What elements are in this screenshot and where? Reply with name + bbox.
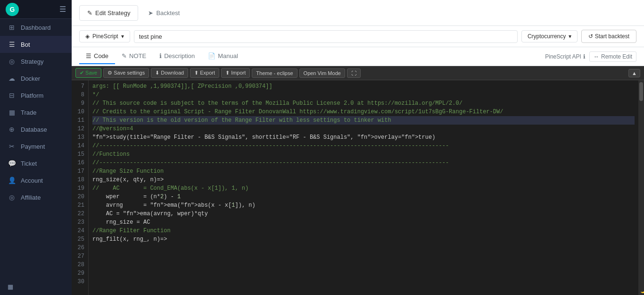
- code-line: rng_filt(x, rng_, n)=>: [92, 235, 635, 244]
- code-line: rng_size(x, qty, n)=>: [92, 176, 635, 184]
- editor-area: ✔ Save ⚙ Save settings ⬇ Download ⬆ Expo…: [72, 66, 644, 295]
- open-vim-label: Open Vim Mode: [304, 70, 341, 76]
- scroll-up-button[interactable]: ▲: [628, 69, 640, 77]
- edit-strategy-tab[interactable]: ✎ Edit Strategy: [79, 5, 138, 21]
- line-number: 15: [75, 150, 84, 159]
- line-number: 7: [75, 82, 84, 91]
- sidebar-item-trade[interactable]: ▦ Trade: [0, 104, 72, 121]
- tab-description[interactable]: ℹ Description: [153, 49, 201, 64]
- line-number: 16: [75, 159, 84, 167]
- sidebar-item-payment[interactable]: ✂ Payment: [0, 138, 72, 155]
- line-number: 9: [75, 99, 84, 108]
- code-line: // AC = Cond_EMA(abs(x - x[1]), 1, n): [92, 184, 635, 193]
- code-line: //Functions: [92, 150, 635, 159]
- open-vim-button[interactable]: Open Vim Mode: [299, 68, 345, 78]
- code-line: avrng = "fn">ema("fn">abs(x - x[1]), n): [92, 201, 635, 210]
- line-number: 13: [75, 133, 84, 142]
- code-line: */: [92, 91, 635, 99]
- chevron-down-icon: ▾: [569, 33, 571, 40]
- code-line: rng_size = AC: [92, 218, 635, 227]
- edit-strategy-label: Edit Strategy: [95, 9, 130, 17]
- line-number: 18: [75, 176, 84, 184]
- code-editor[interactable]: 7891011121314151617181920212223242526272…: [72, 80, 644, 295]
- logo-icon: G: [6, 3, 19, 16]
- code-line: //--------------------------------------…: [92, 142, 635, 150]
- download-button[interactable]: ⬇ Download: [151, 68, 188, 78]
- tab-manual[interactable]: 📄 Manual: [201, 49, 245, 64]
- sidebar-item-label: Payment: [21, 143, 45, 150]
- note-icon: ✎: [122, 52, 127, 59]
- code-line: // This source code is subject to the te…: [92, 99, 635, 108]
- sidebar-item-account[interactable]: 👤 Account: [0, 172, 72, 189]
- save-settings-label: ⚙ Save settings: [107, 70, 145, 76]
- code-line: //Range Filter Function: [92, 227, 635, 235]
- sidebar-item-platform[interactable]: ⊟ Platform: [0, 87, 72, 104]
- code-line: //--------------------------------------…: [92, 159, 635, 167]
- code-line: args: [[ RunMode ,1,990374]],[ ZPrecisio…: [92, 82, 635, 91]
- code-line: //@version=4: [92, 125, 635, 133]
- sidebar-item-label: Docker: [21, 75, 40, 82]
- account-icon: 👤: [8, 177, 16, 184]
- payment-icon: ✂: [8, 143, 16, 150]
- strategy-name-input[interactable]: [134, 30, 518, 43]
- save-button[interactable]: ✔ Save: [75, 68, 101, 78]
- line-number: 14: [75, 142, 84, 150]
- line-number: 28: [75, 261, 84, 269]
- tab-note[interactable]: ✎ NOTE: [115, 49, 153, 64]
- code-line: wper = (n*2) - 1: [92, 193, 635, 201]
- sidebar-item-label: Dashboard: [21, 24, 51, 31]
- scrollbar-thumb[interactable]: [639, 82, 643, 101]
- line-number: 12: [75, 125, 84, 133]
- pinescript-label: PineScript: [92, 33, 118, 40]
- sidebar-item-label: Ticket: [21, 160, 37, 167]
- code-line: // Credits to the original Script - Rang…: [92, 108, 635, 116]
- pinescript-api-button[interactable]: PineScript API ℹ: [545, 53, 586, 60]
- sidebar-item-strategy[interactable]: ◎ Strategy: [0, 53, 72, 70]
- sidebar-item-ticket[interactable]: 💬 Ticket: [0, 155, 72, 172]
- code-line: "fn">study(title="Range Filter - B&S Sig…: [92, 133, 635, 142]
- scrollbar[interactable]: 🌙: [638, 80, 644, 295]
- sidebar-item-label: Database: [21, 126, 47, 133]
- save-settings-button[interactable]: ⚙ Save settings: [103, 68, 149, 78]
- remote-edit-button[interactable]: ↔ Remote Edit: [589, 51, 636, 62]
- import-button[interactable]: ⬆ Import: [221, 68, 250, 78]
- export-button[interactable]: ⬆ Export: [190, 68, 219, 78]
- cryptocurrency-selector[interactable]: Cryptocurrency ▾: [521, 30, 578, 42]
- backtest-tab[interactable]: ➤ Backtest: [140, 5, 188, 21]
- sidebar-item-label: Trade: [21, 109, 36, 116]
- line-number: 20: [75, 193, 84, 201]
- line-number: 25: [75, 235, 84, 244]
- bot-icon: ☰: [8, 41, 16, 48]
- platform-icon: ⊟: [8, 92, 16, 99]
- sidebar-item-dashboard[interactable]: ⊞ Dashboard: [0, 19, 72, 36]
- description-icon: ℹ: [159, 52, 162, 59]
- theme-button[interactable]: Theme - eclipse: [252, 68, 297, 78]
- sidebar-toggle-icon[interactable]: ☰: [59, 5, 66, 14]
- export-label: ⬆ Export: [194, 70, 215, 76]
- expand-button[interactable]: ⛶: [347, 68, 361, 78]
- line-number: 23: [75, 218, 84, 227]
- sidebar-item-label: Affiliate: [21, 194, 41, 201]
- code-line: AC = "fn">ema(avrng, wper)*qty: [92, 210, 635, 218]
- line-number: 29: [75, 269, 84, 278]
- tab-code[interactable]: ☰ Code: [79, 49, 115, 64]
- sidebar-item-docker[interactable]: ☁ Docker: [0, 70, 72, 87]
- affiliate-icon: ◎: [8, 194, 16, 201]
- sidebar-header: G ☰: [0, 0, 72, 19]
- theme-label: Theme - eclipse: [256, 70, 293, 76]
- cryptocurrency-label: Cryptocurrency: [528, 33, 566, 40]
- manual-icon: 📄: [208, 52, 215, 59]
- sidebar-bottom: ▦: [0, 278, 72, 295]
- sidebar-item-label: Strategy: [21, 58, 43, 65]
- code-content[interactable]: args: [[ RunMode ,1,990374]],[ ZPrecisio…: [89, 80, 638, 295]
- database-icon: ⊕: [8, 126, 16, 133]
- pinescript-selector[interactable]: ◈ PineScript ▾: [79, 30, 130, 42]
- trade-icon: ▦: [8, 109, 16, 116]
- edit-icon: ✎: [87, 9, 92, 17]
- line-number: 26: [75, 244, 84, 252]
- start-backtest-button[interactable]: ↺ Start backtest: [581, 30, 636, 43]
- ticket-icon: 💬: [8, 160, 16, 167]
- sidebar-item-affiliate[interactable]: ◎ Affiliate: [0, 189, 72, 206]
- sidebar-item-bot[interactable]: ☰ Bot: [0, 36, 72, 53]
- sidebar-item-database[interactable]: ⊕ Database: [0, 121, 72, 138]
